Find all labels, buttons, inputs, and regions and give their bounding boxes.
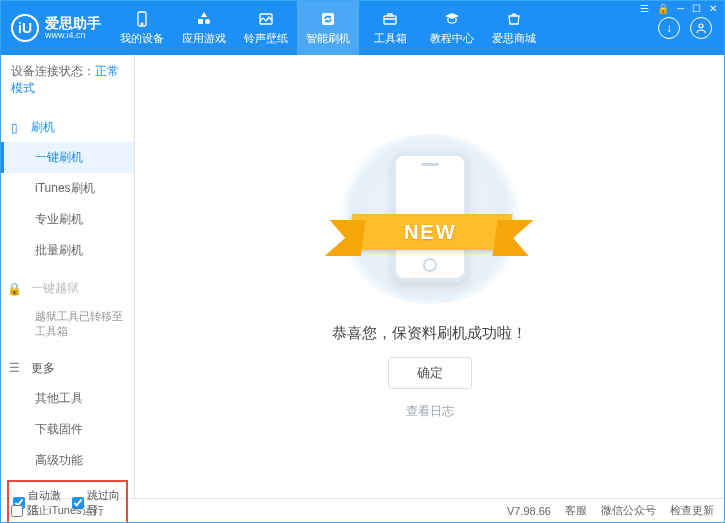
graduation-icon	[443, 10, 461, 28]
success-message: 恭喜您，保资料刷机成功啦！	[332, 324, 527, 343]
phone-outline-icon: ▯	[7, 121, 21, 135]
phone-icon	[133, 10, 151, 28]
svg-rect-5	[322, 13, 334, 25]
hamburger-icon: ☰	[7, 361, 21, 375]
nav-label: 铃声壁纸	[244, 31, 288, 46]
nav-label: 教程中心	[430, 31, 474, 46]
new-ribbon: NEW	[347, 214, 512, 250]
download-button[interactable]: ↓	[658, 17, 680, 39]
nav-flash[interactable]: 智能刷机	[297, 1, 359, 55]
sidebar-item-pro[interactable]: 专业刷机	[1, 204, 134, 235]
maximize-icon[interactable]: ☐	[692, 3, 701, 14]
app-name: 爱思助手	[45, 16, 101, 30]
ok-button[interactable]: 确定	[388, 357, 472, 389]
nav-label: 我的设备	[120, 31, 164, 46]
nav-label: 爱思商城	[492, 31, 536, 46]
sidebar-item-itunes[interactable]: iTunes刷机	[1, 173, 134, 204]
group-title: 刷机	[31, 119, 55, 136]
version-label: V7.98.66	[507, 505, 551, 517]
logo-icon: iU	[11, 14, 39, 42]
lock-icon[interactable]: 🔒	[657, 3, 669, 14]
success-illustration: NEW	[330, 134, 530, 304]
nav-label: 工具箱	[374, 31, 407, 46]
wallpaper-icon	[257, 10, 275, 28]
status-label: 设备连接状态：	[11, 64, 95, 78]
svg-rect-2	[198, 19, 203, 24]
sidebar-item-batch[interactable]: 批量刷机	[1, 235, 134, 266]
lock-icon: 🔒	[7, 282, 21, 296]
view-log-link[interactable]: 查看日志	[406, 403, 454, 420]
app-url: www.i4.cn	[45, 30, 101, 40]
checkbox-label: 阻止iTunes运行	[27, 503, 104, 518]
jailbreak-note: 越狱工具已转移至工具箱	[1, 303, 134, 346]
svg-point-3	[205, 19, 210, 24]
svg-point-1	[141, 23, 143, 25]
main-nav: 我的设备 应用游戏 铃声壁纸 智能刷机 工具箱 教程中心 爱思商城	[111, 1, 658, 55]
nav-ringtones[interactable]: 铃声壁纸	[235, 1, 297, 55]
nav-apps[interactable]: 应用游戏	[173, 1, 235, 55]
svg-rect-6	[384, 16, 396, 24]
checkbox-block-itunes[interactable]: 阻止iTunes运行	[11, 503, 104, 518]
minimize-icon[interactable]: ─	[677, 3, 684, 14]
sidebar-item-firmware[interactable]: 下载固件	[1, 414, 134, 445]
group-more[interactable]: ☰ 更多	[1, 354, 134, 383]
svg-point-7	[699, 24, 703, 28]
sidebar-item-oneclick[interactable]: 一键刷机	[1, 142, 134, 173]
store-icon	[505, 10, 523, 28]
nav-label: 智能刷机	[306, 31, 350, 46]
nav-store[interactable]: 爱思商城	[483, 1, 545, 55]
logo: iU 爱思助手 www.i4.cn	[1, 14, 111, 42]
sidebar-item-advanced[interactable]: 高级功能	[1, 445, 134, 476]
main-content: NEW 恭喜您，保资料刷机成功啦！ 确定 查看日志	[135, 55, 724, 498]
user-button[interactable]	[690, 17, 712, 39]
connection-status: 设备连接状态：正常模式	[1, 55, 134, 105]
sidebar-item-other[interactable]: 其他工具	[1, 383, 134, 414]
sidebar: 设备连接状态：正常模式 ▯ 刷机 一键刷机 iTunes刷机 专业刷机 批量刷机…	[1, 55, 135, 498]
nav-tutorials[interactable]: 教程中心	[421, 1, 483, 55]
group-title: 一键越狱	[31, 280, 79, 297]
nav-toolbox[interactable]: 工具箱	[359, 1, 421, 55]
toolbox-icon	[381, 10, 399, 28]
apps-icon	[195, 10, 213, 28]
menu-icon[interactable]: ☰	[640, 3, 649, 14]
wechat-link[interactable]: 微信公众号	[601, 503, 656, 518]
window-controls: ☰ 🔒 ─ ☐ ✕	[632, 0, 725, 17]
update-link[interactable]: 检查更新	[670, 503, 714, 518]
nav-label: 应用游戏	[182, 31, 226, 46]
service-link[interactable]: 客服	[565, 503, 587, 518]
app-header: ☰ 🔒 ─ ☐ ✕ iU 爱思助手 www.i4.cn 我的设备 应用游戏 铃声…	[1, 1, 724, 55]
group-title: 更多	[31, 360, 55, 377]
refresh-icon	[319, 10, 337, 28]
group-flash[interactable]: ▯ 刷机	[1, 113, 134, 142]
nav-my-device[interactable]: 我的设备	[111, 1, 173, 55]
header-actions: ↓	[658, 17, 724, 39]
group-jailbreak[interactable]: 🔒 一键越狱	[1, 274, 134, 303]
close-icon[interactable]: ✕	[709, 3, 717, 14]
